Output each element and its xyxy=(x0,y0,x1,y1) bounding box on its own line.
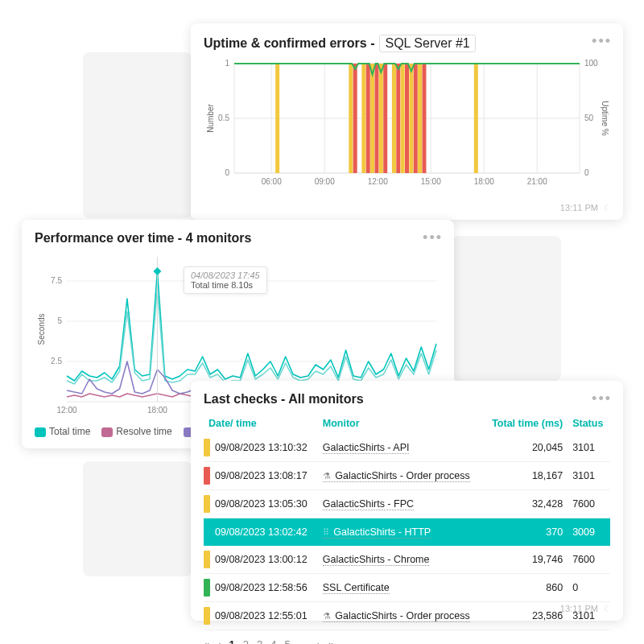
svg-rect-33 xyxy=(392,64,396,173)
cell-monitor[interactable]: ⚗ GalacticShirts - Order process xyxy=(323,470,470,482)
cell-status: 3101 xyxy=(568,434,610,462)
svg-rect-24 xyxy=(275,64,279,173)
perf-title: Performance over time - 4 monitors xyxy=(35,231,441,246)
pager-page[interactable]: 1 xyxy=(229,638,235,644)
table-row[interactable]: 09/08/2023 12:58:56SSL Certificate8600 xyxy=(204,574,610,602)
svg-rect-26 xyxy=(353,64,357,173)
svg-text:0: 0 xyxy=(584,168,589,177)
svg-text:15:00: 15:00 xyxy=(421,177,441,186)
pager-page[interactable]: 3 xyxy=(257,638,262,644)
timestamp: 13:11 PM ☾ xyxy=(560,604,612,614)
cell-totaltime: 18,167 xyxy=(483,462,568,490)
svg-text:0: 0 xyxy=(225,168,229,177)
table-row[interactable]: 09/08/2023 13:02:42⠿ GalacticShirts - HT… xyxy=(204,518,610,547)
status-bar xyxy=(204,551,210,568)
more-icon[interactable]: ••• xyxy=(592,390,612,407)
cell-monitor[interactable]: GalacticShirts - FPC xyxy=(323,498,414,510)
th-monitor[interactable]: Monitor xyxy=(318,413,483,434)
pager-page[interactable]: 4 xyxy=(270,638,276,644)
svg-rect-29 xyxy=(370,64,374,173)
svg-text:5: 5 xyxy=(57,316,62,325)
cell-totaltime: 32,428 xyxy=(483,490,568,518)
uptime-title-row: Uptime & confirmed errors - SQL Server #… xyxy=(204,35,610,52)
pager-page[interactable]: … xyxy=(299,638,309,644)
cell-datetime: 09/08/2023 13:02:42 xyxy=(215,526,308,538)
bg-panel xyxy=(83,52,192,218)
pager-prev[interactable]: ‹ xyxy=(217,638,221,644)
cell-monitor[interactable]: GalacticShirts - Chrome xyxy=(323,554,430,566)
table-row[interactable]: 09/08/2023 13:00:12GalacticShirts - Chro… xyxy=(204,546,610,574)
svg-text:1: 1 xyxy=(225,59,229,68)
pager-page[interactable]: 2 xyxy=(243,638,249,644)
cell-status: 0 xyxy=(568,574,610,602)
table-row[interactable]: 09/08/2023 12:55:01⚗ GalacticShirts - Or… xyxy=(204,602,610,630)
legend-item[interactable]: Resolve time xyxy=(101,426,171,437)
uptime-server-chip[interactable]: SQL Server #1 xyxy=(379,35,475,52)
cell-monitor[interactable]: ⚗ GalacticShirts - Order process xyxy=(323,610,470,622)
svg-rect-41 xyxy=(474,64,478,173)
svg-rect-27 xyxy=(361,64,365,173)
cell-status: 3009 xyxy=(568,518,610,547)
svg-text:Number: Number xyxy=(206,104,215,133)
legend-item[interactable]: Total time xyxy=(35,426,90,437)
svg-rect-30 xyxy=(374,64,378,173)
table-row[interactable]: 09/08/2023 13:05:30GalacticShirts - FPC3… xyxy=(204,490,610,518)
uptime-card: Uptime & confirmed errors - SQL Server #… xyxy=(191,23,623,220)
cell-datetime: 09/08/2023 12:55:01 xyxy=(215,610,308,621)
bg-panel xyxy=(83,461,192,576)
more-icon[interactable]: ••• xyxy=(592,33,612,50)
checks-title: Last checks - All monitors xyxy=(204,392,610,407)
svg-text:12:00: 12:00 xyxy=(56,406,76,415)
cell-totaltime: 860 xyxy=(483,574,568,602)
status-bar xyxy=(204,607,210,625)
table-row[interactable]: 09/08/2023 13:08:17⚗ GalacticShirts - Or… xyxy=(204,462,610,490)
more-icon[interactable]: ••• xyxy=(423,229,443,246)
cell-totaltime: 370 xyxy=(483,518,568,547)
cell-datetime: 09/08/2023 13:05:30 xyxy=(215,498,308,510)
cell-monitor[interactable]: ⠿ GalacticShirts - HTTP xyxy=(323,526,431,539)
svg-text:12:00: 12:00 xyxy=(368,177,388,186)
svg-text:50: 50 xyxy=(584,114,594,122)
cell-status: 7600 xyxy=(568,546,610,574)
table-row[interactable]: 09/08/2023 13:10:32GalacticShirts - API2… xyxy=(204,434,610,462)
svg-marker-53 xyxy=(153,267,161,275)
cell-monitor[interactable]: SSL Certificate xyxy=(323,582,390,594)
svg-rect-35 xyxy=(401,64,405,173)
pager: «‹12345…›» xyxy=(204,638,610,644)
th-totaltime[interactable]: Total time (ms) xyxy=(483,413,568,434)
th-status[interactable]: Status xyxy=(568,413,610,434)
th-datetime[interactable]: Date/ time xyxy=(204,413,318,434)
cell-monitor[interactable]: GalacticShirts - API xyxy=(323,442,410,454)
pager-next[interactable]: › xyxy=(317,638,320,644)
status-bar xyxy=(204,467,210,485)
cell-totaltime: 23,586 xyxy=(483,602,568,630)
svg-rect-40 xyxy=(422,64,426,173)
svg-text:2.5: 2.5 xyxy=(51,357,62,365)
svg-text:100: 100 xyxy=(584,59,598,68)
pager-page[interactable]: 5 xyxy=(285,638,291,644)
svg-text:Uptime %: Uptime % xyxy=(601,101,609,135)
tooltip-value: Total time 8.10s xyxy=(191,280,260,290)
svg-text:21:00: 21:00 xyxy=(527,177,547,186)
svg-rect-25 xyxy=(349,64,353,173)
svg-text:7.5: 7.5 xyxy=(51,276,62,285)
cell-datetime: 09/08/2023 13:10:32 xyxy=(215,442,308,453)
svg-rect-32 xyxy=(383,64,387,173)
pager-last[interactable]: » xyxy=(328,638,334,644)
cell-status: 7600 xyxy=(568,490,610,518)
uptime-title: Uptime & confirmed errors - xyxy=(204,36,374,51)
moon-icon: ☾ xyxy=(604,203,612,213)
cell-totaltime: 19,746 xyxy=(483,546,568,574)
svg-rect-36 xyxy=(405,64,409,173)
svg-rect-28 xyxy=(366,64,370,173)
svg-text:18:00: 18:00 xyxy=(147,406,167,415)
status-bar xyxy=(204,439,210,456)
last-checks-card: Last checks - All monitors ••• Date/ tim… xyxy=(191,381,623,621)
svg-text:06:00: 06:00 xyxy=(262,177,282,186)
cell-status: 3101 xyxy=(568,462,610,490)
pager-first[interactable]: « xyxy=(204,638,209,644)
cell-datetime: 09/08/2023 12:58:56 xyxy=(215,582,308,593)
svg-rect-31 xyxy=(379,64,383,173)
svg-text:18:00: 18:00 xyxy=(474,177,494,186)
uptime-chart: 00.5105010006:0009:0012:0015:0018:0021:0… xyxy=(204,59,610,196)
